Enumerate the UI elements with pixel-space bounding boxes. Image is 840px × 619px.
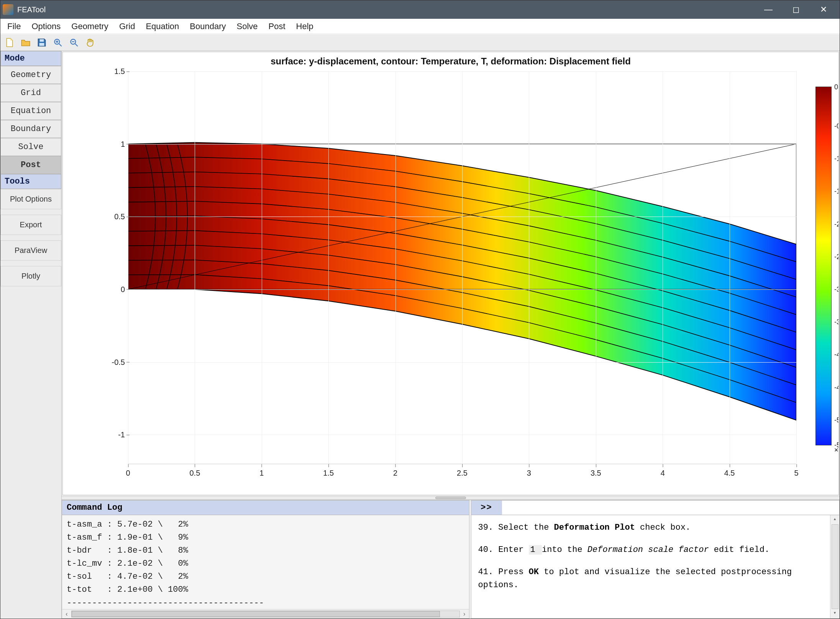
colorbar-tick: -1 [834,155,839,163]
menu-help[interactable]: Help [292,19,318,34]
y-tick: 0 [107,285,125,294]
body: Mode Geometry Grid Equation Boundary Sol… [0,51,840,619]
svg-line-3 [59,44,62,46]
y-tick: -1 [107,430,125,439]
colorbar-tick: -2.5 [834,253,839,261]
horizontal-splitter[interactable] [62,496,840,500]
menu-grid[interactable]: Grid [115,19,140,34]
window-controls: — ◻ ✕ [755,0,837,19]
x-tick: 0 [126,469,130,478]
menu-boundary[interactable]: Boundary [185,19,230,34]
mode-equation[interactable]: Equation [0,102,61,120]
svg-rect-1 [39,43,44,46]
help-bold: OK [529,567,539,577]
y-tick: 0.5 [107,212,125,221]
x-tick: 4 [661,469,665,478]
mode-solve[interactable]: Solve [0,138,61,156]
menu-solve[interactable]: Solve [232,19,262,34]
help-panel: >> 39. Select the Deformation Plot check… [471,500,840,619]
menu-post[interactable]: Post [264,19,290,34]
sidebar-tools-header: Tools [0,174,61,189]
app-window: FEATool — ◻ ✕ File Options Geometry Grid… [0,0,840,619]
x-tick: 1 [259,469,264,478]
colorbar-tick: -3.5 [834,318,839,326]
command-log-hscroll[interactable]: ‹ › [62,609,469,618]
menu-file[interactable]: File [3,19,25,34]
menu-options[interactable]: Options [27,19,65,34]
x-tick: 0.5 [189,469,200,478]
hscroll-thumb[interactable] [72,611,440,617]
bottom-panels: Command Log t-asm_a : 5.7e-02 \ 2% t-asm… [62,500,840,619]
scroll-left-icon[interactable]: ‹ [62,611,71,617]
maximize-button[interactable]: ◻ [782,0,810,19]
colorbar-tick: -1.5 [834,187,839,195]
sidebar-mode-header: Mode [0,51,61,66]
help-text: 39. Select the [478,523,554,532]
menu-geometry[interactable]: Geometry [67,19,113,34]
help-code: 1 [529,545,542,555]
colorbar-tick: -4.5 [834,383,839,391]
svg-rect-0 [40,39,44,42]
y-tick: 1 [107,140,125,148]
minimize-button[interactable]: — [755,0,782,19]
y-tick: -0.5 [107,358,125,366]
svg-line-7 [75,44,78,46]
mode-boundary[interactable]: Boundary [0,120,61,138]
command-log-body[interactable]: t-asm_a : 5.7e-02 \ 2% t-asm_f : 1.9e-01… [62,515,469,609]
x-tick: 4.5 [724,469,735,478]
mode-geometry[interactable]: Geometry [0,66,61,84]
zoom-in-icon[interactable] [52,36,64,49]
help-text: check box. [635,523,691,532]
mode-grid[interactable]: Grid [0,84,61,102]
open-folder-icon[interactable] [20,36,32,49]
scroll-up-icon[interactable]: ▴ [833,515,836,524]
help-bold: Deformation Plot [554,523,635,532]
toolbar [0,34,840,51]
close-button[interactable]: ✕ [810,0,837,19]
save-icon[interactable] [36,36,48,49]
menu-equation[interactable]: Equation [141,19,184,34]
colorbar: ×10⁻⁴ 0.0974-0.5-1-1.5-2-2.5-3-3.5-4-4.5… [815,87,832,445]
titlebar: FEATool — ◻ ✕ [0,0,840,19]
plot-axes: ×10⁻⁴ 0.0974-0.5-1-1.5-2-2.5-3-3.5-4-4.5… [128,71,796,464]
scroll-right-icon[interactable]: › [460,611,469,617]
app-icon [3,4,13,15]
tool-paraview[interactable]: ParaView [0,240,61,261]
x-tick: 1.5 [323,469,334,478]
x-tick: 3.5 [591,469,601,478]
x-tick: 3 [527,469,531,478]
help-text: edit field. [709,545,769,555]
y-tick: 1.5 [107,67,125,76]
main-column: surface: y-displacement, contour: Temper… [62,51,840,619]
new-file-icon[interactable] [3,36,16,49]
x-tick: 2.5 [457,469,468,478]
x-tick: 2 [393,469,397,478]
zoom-out-icon[interactable] [68,36,80,49]
colorbar-tick: -0.5 [834,122,839,130]
command-log-panel: Command Log t-asm_a : 5.7e-02 \ 2% t-asm… [62,500,469,619]
help-text: 41. Press [478,567,529,577]
colorbar-tick: 0.0974 [834,83,839,91]
colorbar-tick: -3 [834,285,839,293]
plot-area[interactable]: surface: y-displacement, contour: Temper… [62,52,839,495]
scroll-down-icon[interactable]: ▾ [833,609,836,618]
tool-plot-options[interactable]: Plot Options [0,189,61,209]
help-prompt-button[interactable]: >> [471,501,502,515]
help-vscroll[interactable]: ▴ ▾ [830,515,839,618]
plot-title: surface: y-displacement, contour: Temper… [63,56,838,67]
pan-hand-icon[interactable] [84,36,96,49]
mode-post[interactable]: Post [0,156,61,174]
colorbar-tick: -5.3818 [834,441,839,449]
sidebar: Mode Geometry Grid Equation Boundary Sol… [0,51,62,619]
colorbar-tick: -2 [834,220,839,228]
tool-export[interactable]: Export [0,215,61,235]
help-text: 40. Enter [478,545,529,555]
window-title: FEATool [17,5,755,14]
help-em: Deformation scale factor [587,545,709,555]
colorbar-tick: -5 [834,416,839,424]
tool-plotly[interactable]: Plotly [0,266,61,286]
colorbar-tick: -4 [834,351,839,359]
help-body[interactable]: 39. Select the Deformation Plot check bo… [471,515,839,618]
x-tick: 5 [794,469,798,478]
menubar: File Options Geometry Grid Equation Boun… [0,19,840,34]
